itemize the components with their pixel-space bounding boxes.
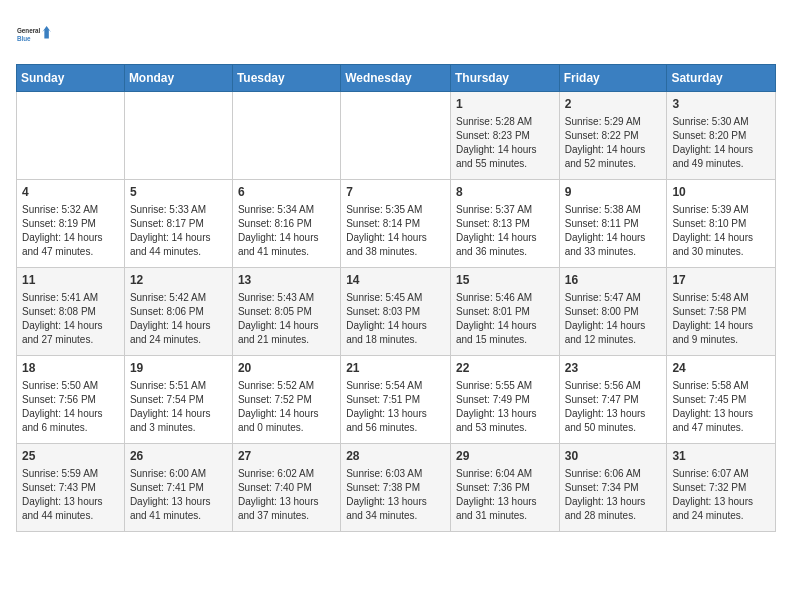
calendar-cell: 4Sunrise: 5:32 AMSunset: 8:19 PMDaylight… — [17, 180, 125, 268]
day-number: 22 — [456, 360, 554, 377]
day-info: Sunrise: 6:04 AMSunset: 7:36 PMDaylight:… — [456, 467, 554, 523]
day-number: 1 — [456, 96, 554, 113]
calendar-cell: 6Sunrise: 5:34 AMSunset: 8:16 PMDaylight… — [232, 180, 340, 268]
day-info: Sunrise: 5:46 AMSunset: 8:01 PMDaylight:… — [456, 291, 554, 347]
calendar-cell — [17, 92, 125, 180]
calendar-cell: 15Sunrise: 5:46 AMSunset: 8:01 PMDayligh… — [450, 268, 559, 356]
calendar-cell: 22Sunrise: 5:55 AMSunset: 7:49 PMDayligh… — [450, 356, 559, 444]
day-info: Sunrise: 5:56 AMSunset: 7:47 PMDaylight:… — [565, 379, 662, 435]
calendar-cell: 24Sunrise: 5:58 AMSunset: 7:45 PMDayligh… — [667, 356, 776, 444]
day-number: 11 — [22, 272, 119, 289]
calendar-cell: 31Sunrise: 6:07 AMSunset: 7:32 PMDayligh… — [667, 444, 776, 532]
calendar-cell: 23Sunrise: 5:56 AMSunset: 7:47 PMDayligh… — [559, 356, 667, 444]
day-number: 23 — [565, 360, 662, 377]
page-header: GeneralBlue — [16, 16, 776, 52]
calendar-cell: 11Sunrise: 5:41 AMSunset: 8:08 PMDayligh… — [17, 268, 125, 356]
day-info: Sunrise: 5:52 AMSunset: 7:52 PMDaylight:… — [238, 379, 335, 435]
day-info: Sunrise: 5:29 AMSunset: 8:22 PMDaylight:… — [565, 115, 662, 171]
day-info: Sunrise: 5:47 AMSunset: 8:00 PMDaylight:… — [565, 291, 662, 347]
week-row-4: 18Sunrise: 5:50 AMSunset: 7:56 PMDayligh… — [17, 356, 776, 444]
day-number: 3 — [672, 96, 770, 113]
day-info: Sunrise: 5:48 AMSunset: 7:58 PMDaylight:… — [672, 291, 770, 347]
calendar-cell: 8Sunrise: 5:37 AMSunset: 8:13 PMDaylight… — [450, 180, 559, 268]
calendar-cell: 27Sunrise: 6:02 AMSunset: 7:40 PMDayligh… — [232, 444, 340, 532]
day-header-wednesday: Wednesday — [341, 65, 451, 92]
calendar-cell: 10Sunrise: 5:39 AMSunset: 8:10 PMDayligh… — [667, 180, 776, 268]
logo: GeneralBlue — [16, 16, 52, 52]
day-number: 15 — [456, 272, 554, 289]
day-number: 21 — [346, 360, 445, 377]
day-info: Sunrise: 6:07 AMSunset: 7:32 PMDaylight:… — [672, 467, 770, 523]
day-number: 20 — [238, 360, 335, 377]
day-info: Sunrise: 6:02 AMSunset: 7:40 PMDaylight:… — [238, 467, 335, 523]
day-info: Sunrise: 5:58 AMSunset: 7:45 PMDaylight:… — [672, 379, 770, 435]
day-number: 5 — [130, 184, 227, 201]
day-info: Sunrise: 5:39 AMSunset: 8:10 PMDaylight:… — [672, 203, 770, 259]
day-number: 2 — [565, 96, 662, 113]
day-number: 17 — [672, 272, 770, 289]
day-header-thursday: Thursday — [450, 65, 559, 92]
calendar-cell: 30Sunrise: 6:06 AMSunset: 7:34 PMDayligh… — [559, 444, 667, 532]
day-number: 14 — [346, 272, 445, 289]
day-number: 18 — [22, 360, 119, 377]
day-number: 13 — [238, 272, 335, 289]
calendar-cell: 21Sunrise: 5:54 AMSunset: 7:51 PMDayligh… — [341, 356, 451, 444]
calendar-cell: 1Sunrise: 5:28 AMSunset: 8:23 PMDaylight… — [450, 92, 559, 180]
calendar-cell: 3Sunrise: 5:30 AMSunset: 8:20 PMDaylight… — [667, 92, 776, 180]
day-info: Sunrise: 5:34 AMSunset: 8:16 PMDaylight:… — [238, 203, 335, 259]
calendar-cell: 12Sunrise: 5:42 AMSunset: 8:06 PMDayligh… — [124, 268, 232, 356]
day-info: Sunrise: 5:59 AMSunset: 7:43 PMDaylight:… — [22, 467, 119, 523]
calendar-cell: 13Sunrise: 5:43 AMSunset: 8:05 PMDayligh… — [232, 268, 340, 356]
day-number: 26 — [130, 448, 227, 465]
day-number: 4 — [22, 184, 119, 201]
calendar-cell: 18Sunrise: 5:50 AMSunset: 7:56 PMDayligh… — [17, 356, 125, 444]
day-header-saturday: Saturday — [667, 65, 776, 92]
calendar-cell: 28Sunrise: 6:03 AMSunset: 7:38 PMDayligh… — [341, 444, 451, 532]
day-number: 25 — [22, 448, 119, 465]
day-info: Sunrise: 5:42 AMSunset: 8:06 PMDaylight:… — [130, 291, 227, 347]
day-info: Sunrise: 5:54 AMSunset: 7:51 PMDaylight:… — [346, 379, 445, 435]
day-number: 27 — [238, 448, 335, 465]
day-number: 29 — [456, 448, 554, 465]
day-info: Sunrise: 5:33 AMSunset: 8:17 PMDaylight:… — [130, 203, 227, 259]
day-info: Sunrise: 5:50 AMSunset: 7:56 PMDaylight:… — [22, 379, 119, 435]
calendar-cell: 26Sunrise: 6:00 AMSunset: 7:41 PMDayligh… — [124, 444, 232, 532]
day-info: Sunrise: 5:32 AMSunset: 8:19 PMDaylight:… — [22, 203, 119, 259]
day-number: 7 — [346, 184, 445, 201]
calendar-cell: 9Sunrise: 5:38 AMSunset: 8:11 PMDaylight… — [559, 180, 667, 268]
logo-icon: GeneralBlue — [16, 16, 52, 52]
week-row-2: 4Sunrise: 5:32 AMSunset: 8:19 PMDaylight… — [17, 180, 776, 268]
calendar-cell: 19Sunrise: 5:51 AMSunset: 7:54 PMDayligh… — [124, 356, 232, 444]
calendar-cell: 7Sunrise: 5:35 AMSunset: 8:14 PMDaylight… — [341, 180, 451, 268]
day-number: 31 — [672, 448, 770, 465]
calendar-cell — [124, 92, 232, 180]
day-info: Sunrise: 5:51 AMSunset: 7:54 PMDaylight:… — [130, 379, 227, 435]
calendar-cell: 16Sunrise: 5:47 AMSunset: 8:00 PMDayligh… — [559, 268, 667, 356]
day-number: 24 — [672, 360, 770, 377]
day-info: Sunrise: 5:55 AMSunset: 7:49 PMDaylight:… — [456, 379, 554, 435]
svg-text:General: General — [17, 27, 41, 34]
day-info: Sunrise: 6:03 AMSunset: 7:38 PMDaylight:… — [346, 467, 445, 523]
week-row-5: 25Sunrise: 5:59 AMSunset: 7:43 PMDayligh… — [17, 444, 776, 532]
day-number: 12 — [130, 272, 227, 289]
calendar-cell: 29Sunrise: 6:04 AMSunset: 7:36 PMDayligh… — [450, 444, 559, 532]
day-info: Sunrise: 5:41 AMSunset: 8:08 PMDaylight:… — [22, 291, 119, 347]
week-row-1: 1Sunrise: 5:28 AMSunset: 8:23 PMDaylight… — [17, 92, 776, 180]
day-number: 28 — [346, 448, 445, 465]
day-info: Sunrise: 5:37 AMSunset: 8:13 PMDaylight:… — [456, 203, 554, 259]
day-info: Sunrise: 6:06 AMSunset: 7:34 PMDaylight:… — [565, 467, 662, 523]
calendar-cell: 2Sunrise: 5:29 AMSunset: 8:22 PMDaylight… — [559, 92, 667, 180]
week-row-3: 11Sunrise: 5:41 AMSunset: 8:08 PMDayligh… — [17, 268, 776, 356]
day-info: Sunrise: 5:28 AMSunset: 8:23 PMDaylight:… — [456, 115, 554, 171]
calendar-cell — [232, 92, 340, 180]
header-row: SundayMondayTuesdayWednesdayThursdayFrid… — [17, 65, 776, 92]
day-number: 30 — [565, 448, 662, 465]
calendar-cell: 5Sunrise: 5:33 AMSunset: 8:17 PMDaylight… — [124, 180, 232, 268]
svg-text:Blue: Blue — [17, 35, 31, 42]
day-info: Sunrise: 5:35 AMSunset: 8:14 PMDaylight:… — [346, 203, 445, 259]
day-header-tuesday: Tuesday — [232, 65, 340, 92]
calendar-cell: 17Sunrise: 5:48 AMSunset: 7:58 PMDayligh… — [667, 268, 776, 356]
day-number: 16 — [565, 272, 662, 289]
day-info: Sunrise: 5:43 AMSunset: 8:05 PMDaylight:… — [238, 291, 335, 347]
calendar-table: SundayMondayTuesdayWednesdayThursdayFrid… — [16, 64, 776, 532]
